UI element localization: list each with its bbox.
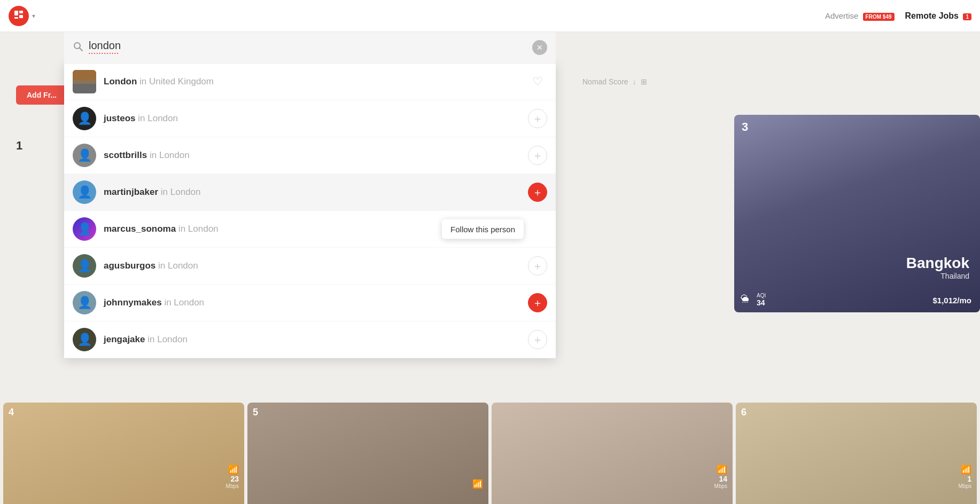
city-card-bangkok[interactable]: 3 Bangkok Thailand 🌦 AQI 34 $1,012/mo	[734, 115, 980, 312]
navbar: ▾ Advertise FROM $49 Remote Jobs 1	[0, 0, 980, 32]
search-clear-button[interactable]: ✕	[532, 40, 547, 55]
item-text-justeos: justeos in London	[104, 113, 528, 124]
avatar-scottbrills: 👤	[73, 144, 96, 167]
dropdown-item-justeos[interactable]: 👤 justeos in London ＋	[64, 100, 556, 137]
wifi-7: 📶 1 Mbps	[959, 464, 971, 489]
svg-rect-1	[19, 11, 23, 13]
wifi-5: 📶	[472, 479, 483, 489]
search-bar: london •••••••••••• ✕	[64, 32, 556, 63]
dropdown-item-martinjbaker[interactable]: 👤 martinjbaker in London ＋	[64, 174, 556, 211]
svg-rect-3	[14, 17, 18, 19]
search-dropdown: London in United Kingdom ♡ 👤 justeos in …	[64, 63, 556, 358]
item-text-london: London in United Kingdom	[104, 76, 528, 87]
item-text-johnnymakes: johnnymakes in London	[104, 297, 528, 308]
follow-button-agusburgos[interactable]: ＋	[528, 256, 547, 275]
wifi-6: 📶 14 Mbps	[714, 464, 727, 489]
city-country: Thailand	[906, 272, 969, 280]
avatar-martinjbaker: 👤	[73, 180, 96, 204]
search-underline-dots: ••••••••••••	[89, 51, 532, 56]
logo-icon	[13, 9, 24, 22]
follow-button-scottbrills[interactable]: ＋	[528, 146, 547, 165]
nav-right: Advertise FROM $49 Remote Jobs 1	[825, 11, 971, 21]
search-overlay: london •••••••••••• ✕ London in United K…	[64, 32, 556, 358]
follow-button-jengajake[interactable]: ＋	[528, 330, 547, 349]
follow-button-martinjbaker[interactable]: ＋	[528, 183, 547, 202]
bottom-card-4[interactable]: 4 📶 23 Mbps	[3, 403, 244, 504]
advertise-link[interactable]: Advertise FROM $49	[825, 11, 895, 20]
avatar-marcus: 👤	[73, 217, 96, 241]
city-name-area: Bangkok Thailand	[906, 255, 969, 280]
favorite-button-london[interactable]: ♡	[528, 72, 547, 91]
svg-line-5	[80, 48, 83, 51]
svg-rect-8	[73, 80, 96, 84]
follow-tooltip: Follow this person	[442, 219, 524, 239]
add-friends-button[interactable]: Add Fr...	[16, 85, 67, 105]
avatar-justeos: 👤	[73, 107, 96, 130]
dropdown-item-london[interactable]: London in United Kingdom ♡	[64, 64, 556, 100]
item-text-scottbrills: scottbrills in London	[104, 150, 528, 161]
rank-4: 4	[9, 407, 14, 418]
follow-button-justeos[interactable]: ＋	[528, 109, 547, 128]
remote-jobs-link[interactable]: Remote Jobs 1	[905, 11, 971, 21]
dropdown-item-marcus[interactable]: 👤 marcus_sonoma in London Follow this pe…	[64, 211, 556, 248]
avatar-agusburgos: 👤	[73, 254, 96, 278]
city-price: $1,012/mo	[932, 296, 971, 305]
dropdown-item-jengajake[interactable]: 👤 jengajake in London ＋	[64, 321, 556, 358]
nomad-score-header: Nomad Score ↓ ⊞	[572, 77, 980, 86]
bottom-cards-row: 4 📶 23 Mbps 5 📶 📶 14 Mbps 6 📶 1	[0, 403, 980, 504]
search-icon	[73, 41, 83, 54]
item-text-martinjbaker: martinjbaker in London	[104, 187, 528, 198]
avatar-johnnymakes: 👤	[73, 291, 96, 314]
from-badge: FROM $49	[863, 13, 895, 21]
city-name: Bangkok	[906, 255, 969, 272]
logo-button[interactable]	[9, 6, 29, 26]
avatar-london	[73, 70, 96, 93]
dropdown-item-agusburgos[interactable]: 👤 agusburgos in London ＋	[64, 248, 556, 285]
notification-badge: 1	[963, 13, 971, 20]
svg-rect-0	[14, 11, 18, 15]
aqi-info: AQI 34	[757, 293, 766, 307]
svg-rect-2	[19, 15, 23, 18]
item-text-agusburgos: agusburgos in London	[104, 261, 528, 271]
follow-button-johnnymakes[interactable]: ＋	[528, 293, 547, 312]
search-input-display[interactable]: london ••••••••••••	[89, 40, 532, 56]
nav-chevron-icon[interactable]: ▾	[32, 12, 35, 20]
wifi-4: 📶 23 Mbps	[226, 464, 239, 489]
dropdown-item-scottbrills[interactable]: 👤 scottbrills in London ＋	[64, 137, 556, 174]
rank-number-3: 3	[742, 120, 748, 134]
search-text: london	[89, 40, 121, 51]
rank-7: 6	[741, 407, 746, 418]
weather-icon: 🌦	[741, 294, 749, 304]
bottom-card-6[interactable]: 📶 14 Mbps	[492, 403, 733, 504]
bottom-card-7[interactable]: 6 📶 1 Mbps	[736, 403, 977, 504]
dropdown-item-johnnymakes[interactable]: 👤 johnnymakes in London ＋	[64, 285, 556, 321]
item-text-jengajake: jengajake in London	[104, 334, 528, 345]
avatar-jengajake: 👤	[73, 328, 96, 351]
bottom-card-5[interactable]: 5 📶	[247, 403, 488, 504]
rank-number-1: 1	[16, 139, 22, 153]
rank-5: 5	[253, 407, 258, 418]
